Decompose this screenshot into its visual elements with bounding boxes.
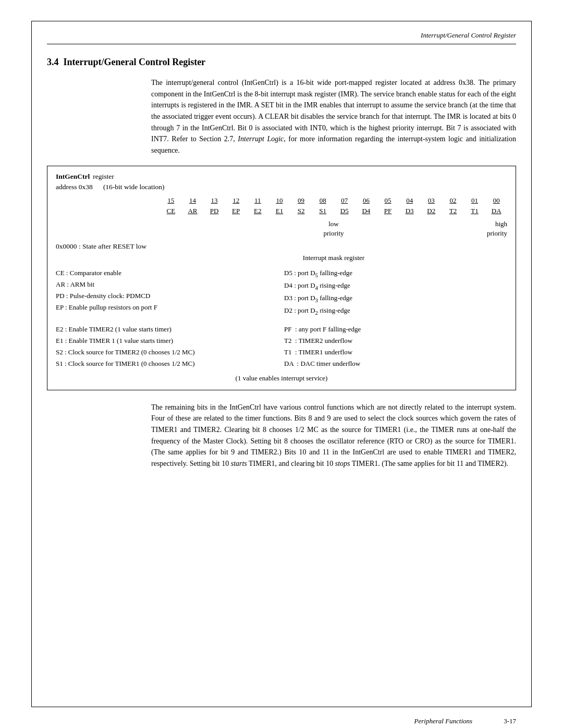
bit-14: 14 (182, 196, 204, 205)
bit-12: 12 (225, 196, 247, 205)
bit-01: 01 (464, 196, 486, 205)
desc-col-left-2: E2 : Enable TIMER2 (1 value starts timer… (56, 324, 279, 369)
reset-row: 0x0000 : State after RESET low (56, 242, 507, 251)
page-border-left (31, 21, 32, 707)
bitname-CE: CE (160, 207, 182, 215)
bitname-PF: PF (377, 207, 399, 215)
desc-D2: D2 : port D2 rising-edge (284, 305, 507, 317)
priority-high-label: highpriority (485, 219, 507, 238)
desc-DA: DA : DAC timer underflow (284, 358, 507, 369)
bitname-E1: E1 (268, 207, 290, 215)
reg-address-label: address 0x38 (56, 183, 93, 191)
section-number: 3.4 (47, 57, 59, 67)
footer-page-number: 3-17 (504, 717, 516, 725)
bitname-AR: AR (182, 207, 204, 215)
bit-05: 05 (377, 196, 399, 205)
section-title: Interrupt/General Control Register (64, 57, 206, 67)
bitname-T2: T2 (442, 207, 464, 215)
bit-04: 04 (399, 196, 421, 205)
priority-row: lowpriority highpriority (56, 219, 507, 238)
bit-numbers-row: 15 14 13 12 11 10 09 08 07 06 05 04 03 0… (56, 196, 507, 205)
value-note: (1 value enables interrupt service) (56, 374, 507, 382)
desc-cols-group2: E2 : Enable TIMER2 (1 value starts timer… (56, 324, 507, 369)
priority-low-label: lowpriority (312, 219, 355, 238)
bit-names-row: CE AR PD EP E2 E1 S2 S1 D5 D4 PF D3 D2 T… (56, 207, 507, 215)
bitname-PD: PD (203, 207, 225, 215)
bitname-S1: S1 (312, 207, 334, 215)
reg-name-bold: IntGenCtrl (56, 172, 90, 181)
bitname-E2: E2 (247, 207, 269, 215)
header-title: Interrupt/General Control Register (421, 31, 516, 39)
page-footer: Peripheral Functions 3-17 (47, 717, 516, 725)
footer-chapter-label: Peripheral Functions (414, 717, 473, 725)
desc-CE: CE : Comparator enable (56, 267, 279, 279)
bit-06: 06 (356, 196, 377, 205)
page-border-bottom (31, 707, 532, 707)
desc-col-right-1: D5 : port D5 falling-edge D4 : port D4 r… (279, 267, 507, 317)
section-heading: 3.4 Interrupt/General Control Register (47, 57, 516, 68)
desc-S2: S2 : Clock source for TIMER2 (0 chooses … (56, 347, 279, 358)
bitname-D2: D2 (421, 207, 443, 215)
desc-AR: AR : ARM bit (56, 279, 279, 290)
bitname-D5: D5 (334, 207, 356, 215)
bitname-T1: T1 (464, 207, 486, 215)
desc-T2: T2 : TIMER2 underflow (284, 335, 507, 347)
bit-10: 10 (268, 196, 290, 205)
desc-E1: E1 : Enable TIMER 1 (1 value starts time… (56, 335, 279, 347)
bit-13: 13 (203, 196, 225, 205)
bit-11: 11 (247, 196, 269, 205)
bit-02: 02 (442, 196, 464, 205)
bitname-S2: S2 (290, 207, 312, 215)
desc-cols-group1: CE : Comparator enable AR : ARM bit PD :… (56, 267, 507, 317)
register-table: IntGenCtrl register address 0x38 (16-bit… (47, 166, 516, 390)
page-header: Interrupt/General Control Register (47, 31, 516, 44)
reg-name-suffix: register (93, 172, 114, 181)
bit-08: 08 (312, 196, 334, 205)
page-border-top (31, 21, 532, 21)
desc-D3: D3 : port D3 falling-edge (284, 292, 507, 305)
desc-PD: PD : Pulse-density clock: PDMCD (56, 290, 279, 302)
reg-title-row: IntGenCtrl register (56, 172, 507, 181)
second-paragraph: The remaining bits in the IntGenCtrl hav… (151, 402, 516, 470)
desc-col-left-1: CE : Comparator enable AR : ARM bit PD :… (56, 267, 279, 317)
bit-09: 09 (290, 196, 312, 205)
reg-address-desc: (16-bit wide location) (103, 183, 165, 191)
intro-paragraph: The interrupt/general control (IntGenCtr… (151, 77, 516, 156)
desc-D4: D4 : port D4 rising-edge (284, 280, 507, 292)
reset-label: 0x0000 : State after RESET low (56, 242, 146, 250)
bitname-DA: DA (485, 207, 507, 215)
bit-00: 00 (485, 196, 507, 205)
desc-T1: T1 : TIMER1 underflow (284, 347, 507, 358)
desc-S1: S1 : Clock source for TIMER1 (0 chooses … (56, 358, 279, 369)
bitname-D3: D3 (399, 207, 421, 215)
bitname-EP: EP (225, 207, 247, 215)
bit-07: 07 (334, 196, 356, 205)
page-border-right (531, 21, 532, 707)
desc-EP: EP : Enable pullup resistors on port F (56, 302, 279, 313)
bit-15: 15 (160, 196, 182, 205)
desc-D5: D5 : port D5 falling-edge (284, 267, 507, 280)
reg-address-row: address 0x38 (16-bit wide location) (56, 183, 507, 191)
desc-col-right-2: PF : any port F falling-edge T2 : TIMER2… (279, 324, 507, 369)
desc-E2: E2 : Enable TIMER2 (1 value starts timer… (56, 324, 279, 335)
bit-03: 03 (421, 196, 443, 205)
page-content: Interrupt/General Control Register 3.4 I… (47, 31, 516, 697)
interrupt-mask-label: Interrupt mask register (160, 254, 507, 262)
desc-PF: PF : any port F falling-edge (284, 324, 507, 335)
bitname-D4: D4 (356, 207, 377, 215)
